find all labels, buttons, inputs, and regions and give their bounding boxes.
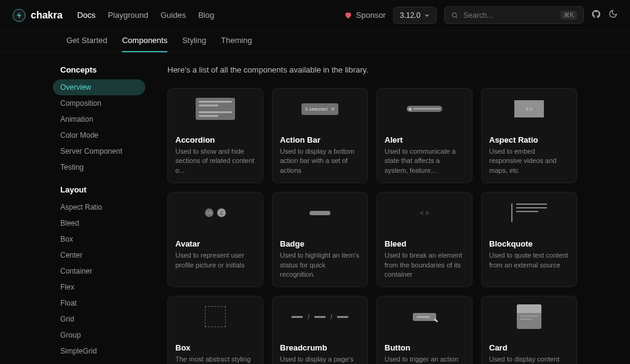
component-grid: AccordionUsed to show and hide sections …: [167, 88, 577, 364]
sponsor-link[interactable]: Sponsor: [344, 10, 386, 20]
search-input[interactable]: ⌘K: [444, 6, 584, 24]
search-kbd: ⌘K: [560, 10, 577, 20]
alert-preview-icon: [407, 106, 442, 112]
card-body: BadgeUsed to highlight an item's status …: [273, 233, 367, 287]
sidebar-item-center[interactable]: Center: [53, 247, 145, 263]
card-body: AvatarUsed to represent user profile pic…: [168, 233, 263, 277]
sidebar-item-stack[interactable]: Stack: [53, 359, 145, 364]
sidebar-item-testing[interactable]: Testing: [53, 159, 145, 175]
card-title: Action Bar: [280, 135, 360, 144]
card-preview: 4:3: [482, 89, 576, 129]
card-title: Aspect Ratio: [489, 135, 569, 144]
card-desc: The most abstract styling component in C…: [175, 355, 255, 364]
subnav-get-started[interactable]: Get Started: [66, 36, 107, 52]
subnav-components[interactable]: Components: [122, 36, 167, 52]
card-title: Card: [489, 343, 569, 352]
search-field[interactable]: [463, 11, 556, 20]
card-body: CardUsed to display content related to a…: [482, 337, 576, 364]
aspect-preview-icon: 4:3: [514, 100, 544, 117]
card-preview: [168, 89, 263, 129]
component-card-avatar[interactable]: LNAvatarUsed to represent user profile p…: [167, 192, 263, 287]
sidebar-item-box[interactable]: Box: [53, 231, 145, 247]
topnav-playground[interactable]: Playground: [108, 10, 148, 20]
sidebar-item-container[interactable]: Container: [53, 263, 145, 279]
logo-icon: [12, 9, 26, 22]
component-card-button[interactable]: ⬉ButtonUsed to trigger an action or even…: [377, 296, 472, 364]
card-body: AccordionUsed to show and hide sections …: [168, 129, 263, 183]
component-card-breadcrumb[interactable]: //BreadcrumbUsed to display a page's loc…: [272, 296, 368, 364]
sidebar-item-bleed[interactable]: Bleed: [53, 215, 145, 231]
component-card-aspect-ratio[interactable]: 4:3Aspect RatioUsed to embed responsive …: [481, 88, 577, 183]
card-title: Alert: [385, 135, 465, 144]
breadcrumb-preview-icon: //: [292, 314, 348, 320]
component-card-bleed[interactable]: < >BleedUsed to break an element from th…: [377, 192, 472, 287]
sidebar-item-group[interactable]: Group: [53, 327, 145, 343]
card-preview: [482, 296, 576, 337]
component-card-alert[interactable]: AlertUsed to communicate a state that af…: [377, 88, 472, 183]
card-body: Action BarUsed to display a bottom actio…: [273, 129, 367, 183]
theme-toggle[interactable]: [608, 9, 618, 21]
sidebar-item-aspect-ratio[interactable]: Aspect Ratio: [53, 199, 145, 215]
card-preview: [377, 89, 472, 129]
card-title: Accordion: [175, 135, 255, 144]
card-desc: Used to represent user profile picture o…: [175, 251, 255, 270]
topnav-guides[interactable]: Guides: [161, 10, 186, 20]
version-select[interactable]: 3.12.0: [393, 7, 437, 24]
topnav-blog[interactable]: Blog: [198, 10, 214, 20]
sidebar-item-overview[interactable]: Overview: [53, 79, 145, 95]
logo[interactable]: chakra: [12, 9, 63, 22]
component-card-badge[interactable]: BadgeUsed to highlight an item's status …: [272, 192, 368, 287]
sidebar-item-animation[interactable]: Animation: [53, 111, 145, 127]
card-body: BoxThe most abstract styling component i…: [168, 337, 263, 364]
card-title: Box: [175, 343, 255, 352]
card-preview-icon: [517, 304, 541, 329]
component-card-box[interactable]: BoxThe most abstract styling component i…: [167, 296, 263, 364]
sidebar-section-title: Concepts: [53, 65, 145, 74]
component-card-card[interactable]: CardUsed to display content related to a…: [481, 296, 577, 364]
card-preview: //: [273, 296, 367, 337]
card-preview: 3 selected×: [273, 89, 367, 129]
card-preview: LN: [168, 192, 263, 233]
intro-text: Here's a list of all the components avai…: [167, 65, 577, 74]
card-body: BreadcrumbUsed to display a page's locat…: [273, 337, 367, 364]
component-card-action-bar[interactable]: 3 selected×Action BarUsed to display a b…: [272, 88, 368, 183]
github-icon: [591, 9, 601, 19]
sidebar-section-title: Layout: [53, 185, 145, 194]
avatar-preview-icon: LN: [205, 208, 226, 217]
bleed-preview-icon: < >: [420, 210, 429, 216]
svg-point-2: [221, 212, 223, 213]
actionbar-preview-icon: 3 selected×: [301, 103, 338, 115]
component-card-accordion[interactable]: AccordionUsed to show and hide sections …: [167, 88, 263, 183]
topnav-docs[interactable]: Docs: [78, 10, 96, 20]
sidebar-item-server-component[interactable]: Server Component: [53, 143, 145, 159]
box-preview-icon: [205, 306, 226, 327]
card-preview: [273, 192, 367, 233]
sidebar-item-composition[interactable]: Composition: [53, 95, 145, 111]
sidebar-item-simplegrid[interactable]: SimpleGrid: [53, 343, 145, 359]
sub-nav: Get StartedComponentsStylingTheming: [0, 31, 630, 53]
topbar-right: Sponsor 3.12.0 ⌘K: [344, 6, 618, 24]
card-title: Bleed: [385, 239, 465, 248]
moon-icon: [608, 9, 618, 18]
component-card-blockquote[interactable]: BlockquoteUsed to quote text content fro…: [481, 192, 577, 287]
card-title: Badge: [280, 239, 360, 248]
card-preview: < >: [377, 192, 472, 233]
sidebar-item-float[interactable]: Float: [53, 295, 145, 311]
subnav-theming[interactable]: Theming: [221, 36, 252, 52]
card-desc: Used to break an element from the bounda…: [385, 251, 465, 279]
chevron-down-icon: [424, 12, 430, 18]
sponsor-label: Sponsor: [356, 10, 386, 20]
subnav-styling[interactable]: Styling: [182, 36, 206, 52]
card-title: Breadcrumb: [280, 343, 360, 352]
blockquote-preview-icon: [511, 204, 547, 222]
logo-text: chakra: [31, 10, 63, 21]
card-title: Blockquote: [489, 239, 569, 248]
main-content: Here's a list of all the components avai…: [167, 65, 577, 364]
github-link[interactable]: [591, 9, 601, 22]
sidebar-item-color-mode[interactable]: Color Mode: [53, 127, 145, 143]
card-body: BleedUsed to break an element from the b…: [377, 233, 472, 287]
accordion-preview-icon: [196, 98, 235, 120]
sidebar-item-flex[interactable]: Flex: [53, 279, 145, 295]
layout: ConceptsOverviewCompositionAnimationColo…: [0, 53, 630, 364]
sidebar-item-grid[interactable]: Grid: [53, 311, 145, 327]
